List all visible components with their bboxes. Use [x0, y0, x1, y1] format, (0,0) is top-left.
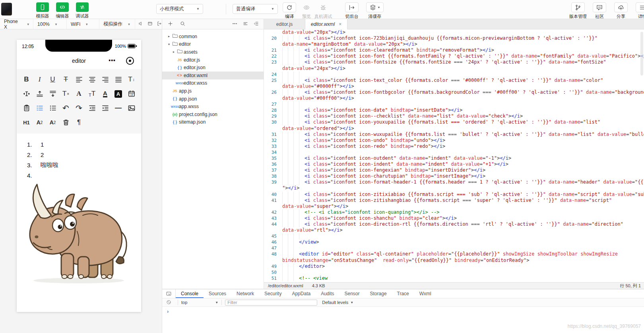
editor-tool-clear-format[interactable]: T× [59, 87, 72, 101]
clear-cache-button[interactable]: ▼清缓存 [366, 2, 384, 19]
rich-editor-content[interactable]: 1.12.23.啦啦啦4. [17, 134, 141, 311]
editor-tool-undo[interactable]: ↶ [59, 101, 72, 115]
editor-tool-outdent[interactable] [85, 101, 99, 115]
editor-tool-text-color[interactable]: A [99, 87, 112, 101]
tree-item-editor.json[interactable]: { }editor.json [162, 64, 264, 72]
debugger-tab-wxml[interactable]: Wxml [414, 289, 436, 298]
more-icon[interactable] [232, 21, 237, 28]
tree-item-editor[interactable]: ▾editor [162, 41, 264, 48]
editor-tool-align-justify[interactable] [112, 72, 125, 87]
tree-item-editor.js[interactable]: JSeditor.js [162, 56, 264, 64]
phone-notch [45, 40, 112, 52]
insert-image-icon [128, 105, 135, 112]
exit-icon[interactable] [157, 21, 162, 27]
tree-item-assets[interactable]: ▸assets [162, 48, 264, 56]
log-levels-select[interactable]: Default levels ▼ [322, 300, 353, 305]
share-button[interactable]: 分享 [611, 2, 631, 19]
debugger-tab-sources[interactable]: Sources [204, 289, 231, 298]
window-icon[interactable] [147, 21, 153, 27]
editor-tool-divider[interactable]: — [112, 101, 125, 115]
console-filter-input[interactable] [225, 300, 317, 306]
compile-mode-select[interactable]: 普通编译 ▼ [233, 4, 278, 14]
tree-item-editor.wxss[interactable]: WXSSeditor.wxss [162, 79, 264, 87]
network-select[interactable]: WiFi▾ [67, 19, 99, 29]
debugger-mode-button[interactable]: 调试器 [74, 2, 91, 19]
editor-tool-line-height[interactable]: T↕ [125, 72, 138, 87]
debugger-tab-sensor[interactable]: Sensor [339, 289, 365, 298]
tree-item-app.wxss[interactable]: WXSSapp.wxss [162, 103, 264, 110]
editor-tool-insert-date[interactable]: 19 [125, 87, 138, 101]
editor-tool-indent[interactable] [99, 101, 112, 115]
editor-tool-strike[interactable]: T [59, 72, 72, 87]
version-control-button[interactable]: 版本管理 [568, 2, 588, 19]
editor-tool-clipboard[interactable] [20, 101, 33, 115]
compile-button[interactable]: 编译 [280, 2, 299, 19]
remote-debug-button[interactable]: 真机调试 [314, 2, 332, 19]
debugger-tab-storage[interactable]: Storage [365, 289, 392, 298]
editor-tool-redo[interactable]: ↷ [72, 101, 85, 115]
tab-editor.js[interactable]: editor.js [264, 19, 305, 29]
switch-background-button[interactable]: 切后台 [343, 2, 361, 19]
inspect-element-icon[interactable] [162, 289, 176, 298]
debugger-tab-console[interactable]: Console [176, 289, 204, 298]
simulate-action-select[interactable]: 模拟操作▾ [99, 19, 135, 29]
tree-item-app.js[interactable]: JSapp.js [162, 87, 264, 95]
debugger-tab-network[interactable]: Network [231, 289, 259, 298]
editor-tool-align-center[interactable] [85, 72, 99, 87]
editor-tool-delete[interactable] [59, 115, 72, 130]
user-avatar[interactable] [1, 3, 12, 15]
tree-item-project.config.json[interactable]: {o}project.config.json [162, 110, 264, 118]
close-capsule-icon[interactable] [126, 57, 134, 65]
community-button[interactable]: 社区 [589, 2, 610, 19]
tree-item-app.json[interactable]: { }app.json [162, 95, 264, 103]
phone-icon [39, 4, 46, 10]
editor-tool-subscript[interactable]: A2 [33, 115, 46, 130]
mode-select[interactable]: 小程序模式 ▼ [156, 4, 203, 14]
editor-tool-font-size[interactable]: TT [85, 87, 99, 101]
editor-tool-margin-bottom[interactable] [46, 87, 59, 101]
battery-icon [128, 44, 137, 48]
editor-tool-list-bullet[interactable] [46, 101, 59, 115]
debugger-tab-security[interactable]: Security [259, 289, 287, 298]
tab-editor.wxml[interactable]: editor.wxml× [305, 19, 347, 29]
editor-tool-direction-rtl[interactable]: ¶ [72, 115, 85, 130]
editor-tool-align-right[interactable] [99, 72, 112, 87]
editor-tool-italic[interactable]: I [33, 72, 46, 87]
editor-tool-superscript[interactable]: A2 [46, 115, 59, 130]
open-files-icon[interactable] [243, 21, 248, 28]
editor-tool-header-h1[interactable]: H1 [20, 115, 33, 130]
console-output[interactable]: › https://blog.csdn.net/qq_39769057 [162, 307, 644, 333]
editor-tool-background-color[interactable]: A [112, 87, 125, 101]
close-tab-icon[interactable]: × [339, 21, 341, 27]
preview-button[interactable]: 预览 [297, 2, 316, 19]
debugger-tab-appdata[interactable]: AppData [287, 289, 316, 298]
editor-tool-margin-top[interactable] [33, 87, 46, 101]
tree-item-sitemap.json[interactable]: { }sitemap.json [162, 118, 264, 126]
editor-mode-button[interactable]: 编辑器 [54, 2, 71, 19]
menu-dots-icon[interactable]: ••• [109, 57, 116, 64]
debugger-tab-trace[interactable]: Trace [392, 289, 414, 298]
tree-item-common[interactable]: ▸common [162, 33, 264, 41]
editor-tool-font-family[interactable]: A [72, 87, 85, 101]
collapse-panel-icon[interactable] [254, 21, 259, 28]
details-button[interactable]: 详情 [632, 2, 644, 19]
mute-icon[interactable] [138, 21, 144, 27]
editor-tool-list-ordered[interactable] [33, 101, 46, 115]
tree-item-editor.wxml[interactable]: <>editor.wxml [162, 72, 264, 79]
editor-tool-bold[interactable]: B [20, 72, 33, 87]
code-line: 40<i class="iconfont icon-zitixiabiao {{… [264, 192, 644, 197]
code-scrollbar[interactable] [640, 32, 643, 76]
console-context-select[interactable]: top ▼ [181, 300, 218, 305]
editor-tool-underline[interactable]: U [46, 72, 59, 87]
clear-console-icon[interactable] [166, 300, 171, 306]
editor-tool-align-left[interactable] [72, 72, 85, 87]
search-icon[interactable] [180, 21, 185, 28]
editor-tool-letter-spacing[interactable] [20, 87, 33, 101]
simulator-mode-button[interactable]: 模拟器 [34, 2, 51, 19]
add-file-icon[interactable] [168, 21, 173, 28]
code-editor[interactable]: data-value="20px"></i>20<i class="iconfo… [264, 29, 644, 282]
debugger-tab-audits[interactable]: Audits [316, 289, 339, 298]
editor-tool-insert-image[interactable] [125, 101, 138, 115]
device-select[interactable]: Phone X▾ [0, 19, 33, 29]
zoom-select[interactable]: 100%▾ [33, 19, 67, 29]
